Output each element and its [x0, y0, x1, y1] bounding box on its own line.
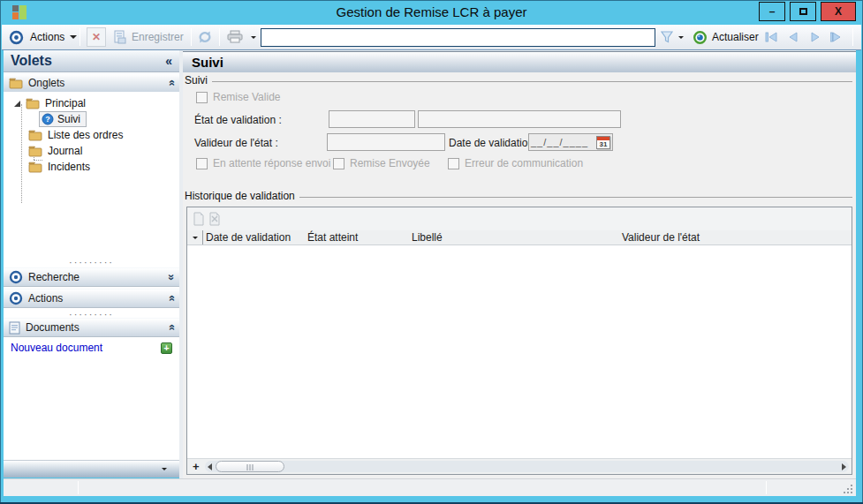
sidebar-volets: Volets « Onglets » Principal	[4, 50, 179, 478]
add-row-button[interactable]: +	[193, 460, 200, 473]
filter-button[interactable]	[660, 25, 674, 49]
grid-body-empty[interactable]	[187, 245, 852, 458]
section-actions[interactable]: Actions »	[4, 289, 179, 308]
scroll-left-icon[interactable]	[208, 463, 212, 470]
add-document-icon[interactable]: +	[161, 342, 172, 354]
actualiser-button[interactable]: Actualiser	[693, 25, 759, 49]
tree-item-suivi-selected[interactable]: ? Suivi	[39, 111, 87, 127]
delete-icon: ✕	[92, 31, 101, 43]
erreur-communication-checkbox[interactable]	[448, 158, 459, 169]
print-dropdown-icon[interactable]	[251, 36, 256, 39]
folder-icon	[9, 78, 23, 89]
valideur-etat-field[interactable]	[327, 133, 445, 151]
new-document-link[interactable]: Nouveau document +	[4, 340, 179, 356]
erreur-communication-label: Erreur de communication	[465, 157, 583, 169]
tree-item-journal[interactable]: Journal	[4, 143, 179, 159]
column-header-date[interactable]: Date de validation	[206, 231, 291, 244]
column-header-etat[interactable]: État atteint	[307, 231, 358, 244]
horizontal-scrollbar[interactable]	[205, 461, 849, 472]
column-header-valideur[interactable]: Valideur de l'état	[622, 231, 700, 244]
remise-envoyee-label: Remise Envoyée	[350, 157, 430, 169]
next-record-button[interactable]	[808, 25, 822, 49]
suivi-groupbox-header: Suivi	[185, 74, 852, 87]
section-actions-label: Actions	[28, 292, 163, 305]
selector-dropdown-icon	[193, 237, 198, 239]
record-target-icon	[9, 25, 24, 49]
toolbar-separator	[852, 28, 853, 46]
scrollbar-thumb[interactable]	[216, 461, 284, 472]
calendar-icon[interactable]: 31	[596, 136, 610, 149]
status-bar	[4, 478, 856, 496]
delete-button[interactable]: ✕	[87, 25, 106, 49]
main-panel-body: Suivi Remise Valide État de validation :…	[183, 72, 856, 478]
volets-title: Volets	[11, 53, 165, 69]
date-validation-value: __/__/____	[531, 137, 594, 147]
resize-grip[interactable]	[842, 483, 852, 493]
etat-validation-libelle-field[interactable]	[418, 110, 621, 128]
page-title: Suivi	[192, 55, 223, 70]
section-recherche-label: Recherche	[28, 271, 163, 283]
date-validation-field[interactable]: __/__/____ 31	[528, 133, 613, 151]
etat-validation-code-field[interactable]	[329, 110, 415, 128]
save-button[interactable]: Enregistrer	[113, 25, 184, 49]
print-button[interactable]	[226, 25, 256, 49]
grid-toolbar	[187, 207, 852, 230]
remise-envoyee-checkbox[interactable]	[333, 158, 344, 169]
filter-dropdown-button[interactable]	[678, 25, 684, 49]
first-record-button[interactable]	[763, 25, 779, 49]
minimize-button[interactable]: –	[759, 2, 785, 21]
save-icon	[113, 30, 127, 44]
groupbox-line	[299, 197, 852, 198]
collapse-panel-icon[interactable]: «	[165, 54, 172, 68]
historique-group-title: Historique de validation	[185, 190, 295, 202]
actions-menu-button[interactable]: Actions	[30, 25, 77, 49]
filter-icon	[660, 30, 674, 44]
sidebar-splitter[interactable]: ·········	[4, 259, 179, 266]
historique-groupbox-header: Historique de validation	[185, 190, 852, 202]
tree-item-label: Journal	[48, 145, 82, 157]
close-button[interactable]: X	[821, 2, 856, 21]
save-button-label: Enregistrer	[132, 31, 184, 43]
new-record-icon[interactable]	[193, 212, 205, 226]
groupbox-line	[212, 81, 852, 82]
column-header-libelle[interactable]: Libellé	[412, 231, 443, 244]
target-icon	[9, 270, 23, 284]
close-icon: X	[835, 5, 842, 18]
remise-valide-checkbox[interactable]	[196, 92, 208, 103]
tree-item-liste-des-ordres[interactable]: Liste des ordres	[4, 127, 179, 143]
suivi-group-title: Suivi	[185, 74, 208, 87]
tree-expander-icon[interactable]	[14, 101, 20, 107]
chevron-up-icon: »	[166, 295, 175, 301]
chevron-down-icon	[678, 36, 684, 39]
sidebar-splitter[interactable]: ·········	[4, 311, 179, 318]
remise-valide-label: Remise Valide	[213, 91, 280, 103]
scroll-down-icon[interactable]	[162, 468, 167, 470]
tree-item-principal[interactable]: Principal	[4, 95, 179, 111]
scroll-right-icon[interactable]	[842, 463, 846, 470]
edit-record-icon[interactable]	[208, 212, 221, 226]
tree-item-incidents[interactable]: Incidents	[4, 159, 179, 175]
search-input[interactable]	[261, 28, 655, 47]
folder-icon	[26, 98, 40, 109]
sidebar-bottom-bar	[4, 460, 179, 478]
status-divider	[766, 481, 767, 494]
calendar-icon-day: 31	[597, 140, 609, 148]
previous-record-button[interactable]	[786, 25, 800, 49]
valideur-etat-label: Valideur de l'état :	[194, 137, 278, 149]
attente-reponse-checkbox[interactable]	[196, 158, 208, 169]
attente-checkbox-row: En attente réponse envoi	[196, 157, 330, 169]
section-documents[interactable]: Documents »	[4, 318, 179, 337]
toolbar-separator	[191, 28, 192, 46]
section-onglets[interactable]: Onglets »	[4, 73, 179, 93]
maximize-button[interactable]	[790, 2, 816, 21]
tree-item-suivi[interactable]: ? Suivi	[4, 111, 179, 127]
chevron-down-icon	[70, 35, 77, 39]
row-selector-column[interactable]	[187, 230, 203, 244]
maximize-icon	[799, 8, 807, 15]
refresh-sync-button[interactable]	[198, 25, 212, 49]
section-recherche[interactable]: Recherche »	[4, 267, 179, 287]
actualiser-refresh-icon	[693, 30, 708, 45]
last-record-button[interactable]	[830, 25, 846, 49]
application-window: Gestion de Remise LCR à payer – X Action…	[0, 0, 863, 504]
chevron-up-icon: »	[166, 79, 175, 86]
